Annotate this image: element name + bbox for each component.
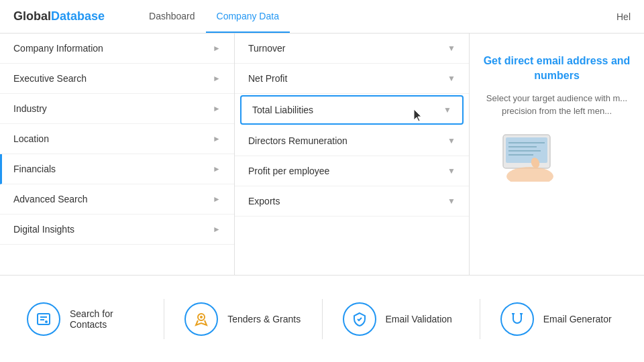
sidebar-item-company-information[interactable]: Company Information ► <box>0 34 234 64</box>
shield-icon-circle <box>343 302 376 336</box>
filter-total-liabilities[interactable]: Total Liabilities ▼ <box>240 95 464 125</box>
contacts-icon-circle <box>27 302 60 336</box>
filter-net-profit[interactable]: Net Profit ▼ <box>235 64 469 94</box>
logo-global: Global <box>13 9 51 23</box>
chevron-down-icon: ▼ <box>447 74 455 83</box>
sidebar-item-advanced-search[interactable]: Advanced Search ► <box>0 184 234 215</box>
sidebar-item-executive-search[interactable]: Executive Search ► <box>0 64 234 94</box>
sidebar-item-digital-insights[interactable]: Digital Insights ► <box>0 215 234 245</box>
promo-title: Get direct email address andnumbers <box>483 54 631 84</box>
svg-point-13 <box>200 316 203 318</box>
chevron-down-icon: ▼ <box>447 136 455 145</box>
award-icon-circle <box>184 302 218 336</box>
tenders-grants-label: Tenders & Grants <box>227 314 301 324</box>
nav-company-data[interactable]: Company Data <box>206 0 290 33</box>
nav-help[interactable]: Hel <box>616 11 631 22</box>
svg-point-11 <box>45 320 48 323</box>
logo: GlobalDatabase <box>13 9 105 23</box>
logo-database: Database <box>51 9 105 23</box>
divider-2 <box>322 299 323 339</box>
chevron-down-icon: ▼ <box>447 166 455 176</box>
search-contacts-label: Search for Contacts <box>70 308 144 330</box>
bottom-email-generator[interactable]: Email Generator <box>500 302 617 336</box>
filter-profit-per-employee[interactable]: Profit per employee ▼ <box>235 156 469 186</box>
chevron-down-icon: ▼ <box>443 105 451 115</box>
promo-desc: Select your target audience with m...pre… <box>483 92 631 118</box>
chevron-right-icon: ► <box>213 104 221 113</box>
nav-dashboard[interactable]: Dashboard <box>138 0 206 33</box>
bottom-section: Search for Contacts Tenders & Grants Ema… <box>0 275 644 362</box>
email-generator-label: Email Generator <box>543 314 612 324</box>
chevron-right-icon: ► <box>213 134 221 143</box>
chevron-right-icon: ► <box>213 225 221 234</box>
sidebar-item-industry[interactable]: Industry ► <box>0 94 234 124</box>
promo-image <box>483 128 631 182</box>
divider-3 <box>480 299 480 339</box>
filter-directors-remuneration[interactable]: Directors Remuneration ▼ <box>235 126 469 156</box>
filter-exports[interactable]: Exports ▼ <box>235 186 469 217</box>
chevron-right-icon: ► <box>213 44 221 53</box>
chevron-down-icon: ▼ <box>447 196 455 206</box>
magnet-icon-circle <box>500 302 534 336</box>
header: GlobalDatabase Dashboard Company Data He… <box>0 0 644 34</box>
chevron-right-icon: ► <box>213 194 221 204</box>
bottom-tenders-grants[interactable]: Tenders & Grants <box>184 302 301 336</box>
chevron-down-icon: ▼ <box>447 44 455 53</box>
sidebar-item-financials[interactable]: Financials ► <box>0 154 234 184</box>
chevron-right-icon: ► <box>213 74 221 83</box>
divider-1 <box>164 299 164 339</box>
svg-point-2 <box>506 167 553 182</box>
email-validation-label: Email Validation <box>386 314 452 324</box>
bottom-email-validation[interactable]: Email Validation <box>343 302 460 336</box>
chevron-right-icon: ► <box>213 164 221 174</box>
nav-items: Dashboard Company Data <box>138 0 290 33</box>
filter-turnover[interactable]: Turnover ▼ <box>235 34 469 64</box>
bottom-search-contacts[interactable]: Search for Contacts <box>27 302 144 336</box>
sidebar-item-location[interactable]: Location ► <box>0 124 234 154</box>
